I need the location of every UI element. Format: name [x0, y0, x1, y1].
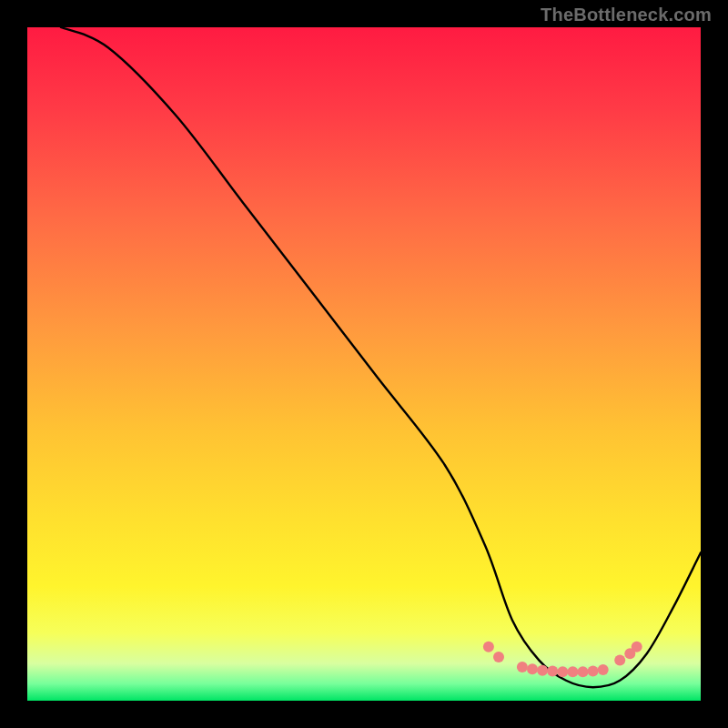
highlight-point: [547, 665, 558, 676]
highlight-point: [567, 666, 578, 677]
highlight-point: [614, 655, 625, 666]
watermark-text: TheBottleneck.com: [541, 5, 712, 25]
highlight-point: [517, 662, 528, 672]
highlight-point: [578, 666, 589, 677]
gradient-background: [27, 27, 701, 701]
highlight-point: [483, 642, 494, 652]
chart-svg: [27, 27, 701, 701]
highlight-point: [537, 665, 548, 676]
highlight-point: [632, 642, 642, 652]
highlight-point: [598, 664, 609, 675]
highlight-point: [527, 663, 538, 674]
highlight-point: [493, 652, 504, 662]
highlight-point: [557, 666, 568, 677]
plot-area: [27, 27, 701, 701]
highlight-point: [588, 665, 599, 676]
chart-frame: TheBottleneck.com: [0, 0, 728, 728]
